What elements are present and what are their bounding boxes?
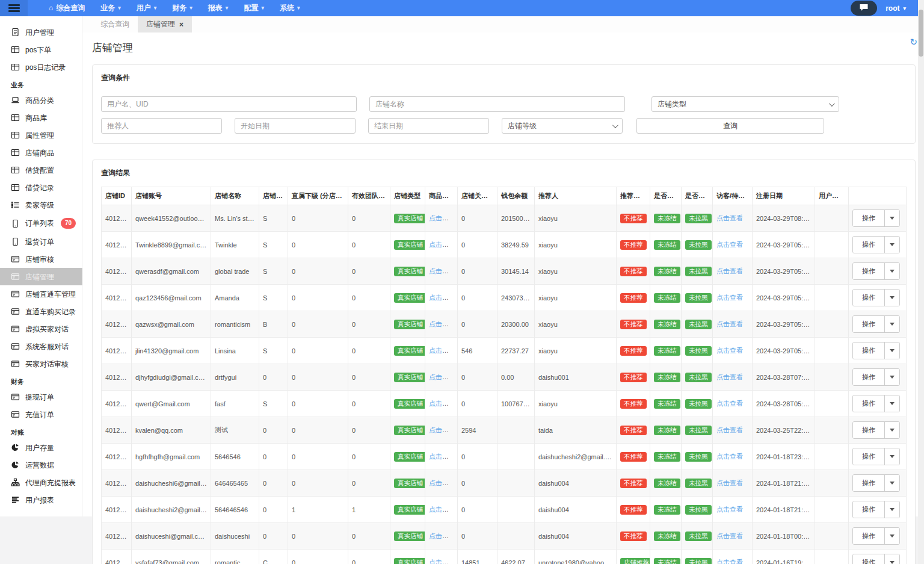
- close-icon[interactable]: ×: [179, 20, 183, 29]
- action-button[interactable]: 操作: [853, 501, 885, 518]
- sidebar-item[interactable]: 卖家等级: [0, 196, 82, 214]
- end-date-input[interactable]: [368, 118, 489, 134]
- action-button[interactable]: 操作: [853, 316, 885, 332]
- action-dropdown-button[interactable]: [885, 448, 899, 465]
- view-link[interactable]: 点击查看: [429, 426, 455, 433]
- sidebar-item[interactable]: 借贷记录: [0, 179, 82, 196]
- scrollbar[interactable]: [918, 0, 924, 564]
- sidebar-item[interactable]: 用户报表: [0, 491, 82, 509]
- action-button[interactable]: 操作: [853, 395, 885, 412]
- action-button[interactable]: 操作: [853, 290, 885, 306]
- action-dropdown-button[interactable]: [885, 554, 899, 564]
- refresh-icon[interactable]: ↻: [910, 37, 917, 48]
- action-dropdown-button[interactable]: [885, 210, 899, 226]
- sidebar-item[interactable]: 店铺管理: [0, 268, 82, 285]
- nav-item-1[interactable]: 业务▾: [93, 0, 129, 16]
- sidebar-item[interactable]: 退货订单: [0, 233, 82, 250]
- view-link[interactable]: 点击查看: [716, 267, 743, 274]
- action-button[interactable]: 操作: [853, 263, 885, 279]
- action-dropdown-button[interactable]: [885, 263, 899, 279]
- chat-button[interactable]: [851, 1, 877, 16]
- view-link[interactable]: 点击查看: [429, 373, 455, 380]
- view-link[interactable]: 点击查看: [716, 241, 743, 248]
- view-link[interactable]: 点击查看: [716, 559, 743, 564]
- view-link[interactable]: 点击查看: [716, 506, 743, 513]
- view-link[interactable]: 点击查看: [716, 214, 743, 222]
- view-link[interactable]: 点击查看: [429, 241, 455, 248]
- tab-0[interactable]: 综合查询: [92, 16, 138, 33]
- sidebar-item[interactable]: 店铺审核: [0, 250, 82, 268]
- sidebar-item[interactable]: 用户管理: [0, 23, 82, 41]
- sidebar-item[interactable]: 系统客服对话: [0, 338, 82, 355]
- view-link[interactable]: 点击查看: [716, 373, 743, 380]
- view-link[interactable]: 点击查看: [716, 426, 743, 433]
- view-link[interactable]: 点击查看: [716, 400, 743, 407]
- action-dropdown-button[interactable]: [885, 237, 899, 253]
- view-link[interactable]: 点击查看: [429, 453, 455, 460]
- action-dropdown-button[interactable]: [885, 501, 899, 518]
- sidebar-item[interactable]: pos下单: [0, 41, 82, 58]
- action-dropdown-button[interactable]: [885, 422, 899, 438]
- action-button[interactable]: 操作: [853, 448, 885, 465]
- action-dropdown-button[interactable]: [885, 316, 899, 332]
- shop-level-select[interactable]: 店铺等级: [502, 118, 623, 134]
- action-button[interactable]: 操作: [853, 554, 885, 564]
- view-link[interactable]: 点击查看: [429, 214, 455, 222]
- view-link[interactable]: 点击查看: [429, 506, 455, 513]
- nav-item-6[interactable]: 系统▾: [272, 0, 308, 16]
- action-dropdown-button[interactable]: [885, 290, 899, 306]
- nav-item-5[interactable]: 配置▾: [236, 0, 272, 16]
- user-menu[interactable]: root ▾: [886, 4, 906, 13]
- shop-name-input[interactable]: [369, 96, 625, 112]
- sidebar-item[interactable]: 用户存量: [0, 439, 82, 456]
- view-link[interactable]: 点击查看: [429, 294, 455, 301]
- sidebar-item[interactable]: 属性管理: [0, 126, 82, 144]
- action-dropdown-button[interactable]: [885, 528, 899, 544]
- view-link[interactable]: 点击查看: [716, 294, 743, 301]
- action-button[interactable]: 操作: [853, 528, 885, 544]
- action-button[interactable]: 操作: [853, 369, 885, 385]
- sidebar-item[interactable]: 店铺直通车管理: [0, 285, 82, 303]
- action-dropdown-button[interactable]: [885, 342, 899, 359]
- view-link[interactable]: 点击查看: [716, 347, 743, 354]
- action-dropdown-button[interactable]: [885, 395, 899, 412]
- nav-item-3[interactable]: 财务▾: [164, 0, 200, 16]
- view-link[interactable]: 点击查看: [429, 267, 455, 274]
- sidebar-item[interactable]: 订单列表70: [0, 214, 82, 233]
- sidebar-item[interactable]: 借贷配置: [0, 161, 82, 179]
- tab-1[interactable]: 店铺管理×: [138, 16, 192, 33]
- action-button[interactable]: 操作: [853, 475, 885, 491]
- sidebar-item[interactable]: 店铺商品: [0, 144, 82, 161]
- sidebar-item[interactable]: pos日志记录: [0, 58, 82, 76]
- view-link[interactable]: 点击查看: [429, 532, 455, 539]
- action-button[interactable]: 操作: [853, 342, 885, 359]
- sidebar-item[interactable]: 运营数据: [0, 456, 82, 474]
- action-button[interactable]: 操作: [853, 422, 885, 438]
- sidebar-item[interactable]: 商品分类: [0, 91, 82, 109]
- view-link[interactable]: 点击查看: [429, 479, 455, 486]
- nav-item-0[interactable]: ⌂综合查询: [41, 0, 93, 16]
- view-link[interactable]: 点击查看: [429, 400, 455, 407]
- sidebar-item[interactable]: 代理商充提报表: [0, 474, 82, 491]
- referrer-input[interactable]: [101, 118, 222, 134]
- view-link[interactable]: 点击查看: [716, 532, 743, 539]
- shop-type-select[interactable]: 店铺类型: [651, 96, 839, 112]
- scrollbar-thumb[interactable]: [919, 10, 923, 57]
- start-date-input[interactable]: [235, 118, 356, 134]
- hamburger-menu-icon[interactable]: [0, 0, 28, 16]
- action-button[interactable]: 操作: [853, 237, 885, 253]
- view-link[interactable]: 点击查看: [716, 453, 743, 460]
- view-link[interactable]: 点击查看: [716, 479, 743, 486]
- sidebar-item[interactable]: 买家对话审核: [0, 355, 82, 373]
- action-dropdown-button[interactable]: [885, 475, 899, 491]
- nav-item-2[interactable]: 用户▾: [129, 0, 165, 16]
- view-link[interactable]: 点击查看: [716, 320, 743, 327]
- sidebar-item[interactable]: 充值订单: [0, 406, 82, 423]
- sidebar-item[interactable]: 商品库: [0, 109, 82, 126]
- action-dropdown-button[interactable]: [885, 369, 899, 385]
- nav-item-4[interactable]: 报表▾: [200, 0, 236, 16]
- sidebar-item[interactable]: 提现订单: [0, 388, 82, 406]
- view-link[interactable]: 点击查看: [429, 559, 455, 564]
- action-button[interactable]: 操作: [853, 210, 885, 226]
- view-link[interactable]: 点击查看: [429, 320, 455, 327]
